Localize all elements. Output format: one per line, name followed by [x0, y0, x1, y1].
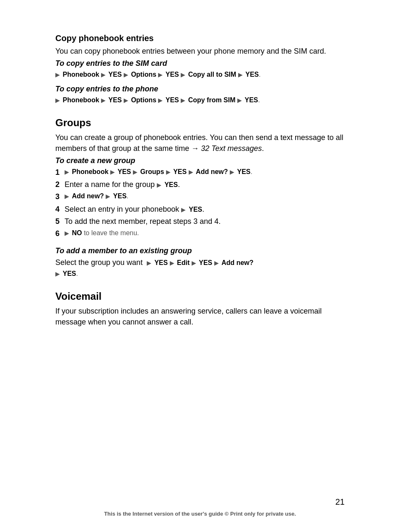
add-member-heading: To add a member to an existing group: [55, 247, 345, 255]
groups-heading: Groups: [55, 117, 345, 129]
step-6: 6 ▶ NO to leave the menu.: [55, 228, 345, 239]
step-4: 4 Select an entry in your phonebook ▶ YE…: [55, 204, 345, 215]
groups-intro: You can create a group of phonebook entr…: [55, 132, 345, 154]
step-5: 5 To add the next member, repeat steps 3…: [55, 216, 345, 227]
page-number: 21: [335, 497, 345, 507]
create-new-group-heading: To create a new group: [55, 156, 345, 165]
to-phone-heading: To copy entries to the phone: [55, 85, 345, 93]
step-3: 3 ▶ Add new? ▶ YES.: [55, 191, 345, 202]
footnote: This is the Internet version of the user…: [0, 511, 400, 517]
to-sim-heading: To copy entries to the SIM card: [55, 59, 345, 68]
create-new-group-steps: 1 ▶ Phonebook ▶ YES ▶ Groups ▶ YES ▶ Add…: [55, 167, 345, 239]
voicemail-body: If your subscription includes an answeri…: [55, 306, 345, 327]
voicemail-section: Voicemail If your subscription includes …: [55, 291, 345, 327]
voicemail-heading: Voicemail: [55, 291, 345, 302]
add-member-subsection: To add a member to an existing group Sel…: [55, 247, 345, 279]
to-phone-subsection: To copy entries to the phone ▶ Phonebook…: [55, 85, 345, 105]
create-new-group-subsection: To create a new group 1 ▶ Phonebook ▶ YE…: [55, 156, 345, 239]
step-1: 1 ▶ Phonebook ▶ YES ▶ Groups ▶ YES ▶ Add…: [55, 167, 345, 178]
to-sim-subsection: To copy entries to the SIM card ▶ Phoneb…: [55, 59, 345, 80]
copy-phonebook-heading: Copy phonebook entries: [55, 34, 345, 43]
groups-section: Groups You can create a group of phonebo…: [55, 117, 345, 279]
copy-phonebook-body: You can copy phonebook entries between y…: [55, 46, 345, 57]
step-2: 2 Enter a name for the group ▶ YES.: [55, 179, 345, 190]
to-phone-nav: ▶ Phonebook ▶ YES ▶ Options ▶ YES ▶ Copy…: [55, 95, 345, 105]
copy-phonebook-section: Copy phonebook entries You can copy phon…: [55, 34, 345, 105]
add-member-body: Select the group you want ▶ YES ▶ Edit ▶…: [55, 257, 345, 279]
to-sim-nav: ▶ Phonebook ▶ YES ▶ Options ▶ YES ▶ Copy…: [55, 70, 345, 80]
